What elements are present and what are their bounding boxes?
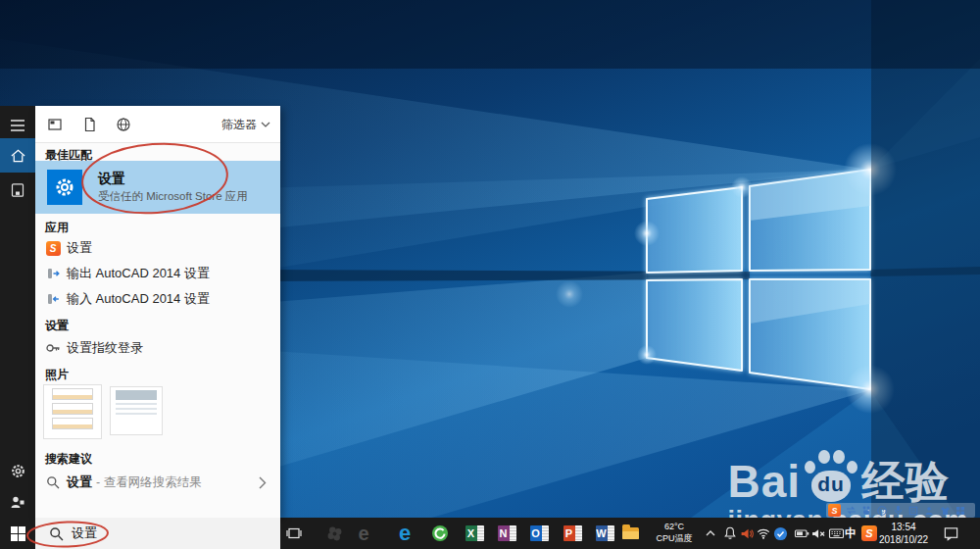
edge-icon: e [399, 523, 411, 544]
filter-documents-button[interactable] [82, 117, 97, 132]
pinwheel-icon [326, 525, 343, 542]
internet-explorer-icon: e [358, 524, 368, 543]
chevron-up-icon [705, 529, 716, 537]
word-icon: W [596, 525, 614, 541]
internet-explorer-button[interactable]: e [351, 518, 376, 549]
search-icon [45, 475, 61, 489]
settings-gear-icon [54, 176, 75, 198]
search-icon [49, 526, 64, 541]
excel-button[interactable]: X [462, 518, 487, 549]
ime-clipboard-icon[interactable] [907, 505, 919, 517]
ime-zh-label: 中 [845, 525, 857, 542]
wifi-button[interactable] [755, 518, 772, 549]
outlook-button[interactable]: O [526, 518, 552, 549]
word-button[interactable]: W [592, 518, 617, 549]
best-match-subtitle: 受信任的 Microsoft Store 应用 [98, 189, 248, 204]
key-icon [45, 341, 61, 355]
result-fingerprint-login[interactable]: 设置指纹登录 [35, 335, 280, 361]
ime-menu-grid-icon[interactable] [955, 505, 966, 517]
photos-section-header: 照片 [45, 367, 69, 383]
photo-thumbnail-2[interactable] [110, 386, 163, 435]
edge-browser-button[interactable]: e [392, 518, 417, 549]
gear-icon [10, 463, 26, 479]
import-settings-icon [45, 292, 61, 306]
notification-bell-button[interactable] [721, 518, 739, 549]
suggestion-query: 设置 [67, 474, 92, 491]
powerpoint-button[interactable]: P [560, 518, 585, 549]
result-sogou-settings[interactable]: S 设置 [35, 235, 280, 261]
powerpoint-icon: P [564, 525, 582, 541]
result-export-autocad[interactable]: 输出 AutoCAD 2014 设置 [35, 261, 280, 286]
watermark-jingyan-text: 经验 [861, 459, 950, 504]
ime-person-icon[interactable] [923, 505, 935, 517]
cpu-temperature-widget[interactable]: 62°C CPU温度 [647, 518, 702, 549]
web-search-suggestion[interactable]: 设置 - 查看网络搜索结果 [35, 469, 280, 496]
settings-section-header: 设置 [45, 318, 69, 334]
filter-web-button[interactable] [116, 117, 131, 132]
task-view-button[interactable] [282, 518, 306, 549]
ime-language-indicator[interactable]: 中 [843, 518, 858, 549]
suggestions-section-header: 搜索建议 [45, 451, 92, 468]
onenote-button[interactable]: N [494, 518, 519, 549]
clock-time: 13:54 [874, 521, 933, 533]
ime-mic-icon[interactable] [892, 505, 904, 517]
photo-thumbnail-1[interactable] [43, 384, 102, 439]
blue-check-circle-icon [773, 526, 788, 541]
excel-icon: X [466, 525, 484, 541]
volume-alert-button[interactable] [738, 518, 756, 549]
search-input-value: 设置 [72, 524, 97, 542]
sogou-app-icon: S [45, 241, 61, 256]
apps-section-header: 应用 [45, 220, 69, 236]
folder-icon [622, 527, 639, 539]
desktop: Bai du 经验 jingyan.baidu.com e [0, 0, 980, 549]
ime-emoji-icon[interactable] [876, 505, 888, 517]
hidden-icons-button[interactable] [702, 518, 719, 549]
ime-sogou-logo-icon[interactable]: S [828, 504, 841, 517]
best-match-title: 设置 [98, 171, 125, 188]
ime-switch-icon[interactable] [845, 505, 857, 517]
watermark-bai-text: Bai [727, 459, 801, 504]
volume-muted-button[interactable] [809, 518, 827, 549]
result-import-autocad[interactable]: 输入 AutoCAD 2014 设置 [35, 286, 280, 312]
apps-filter-icon [47, 117, 63, 132]
filter-bar: 筛选器 [35, 106, 280, 143]
chevron-down-icon [261, 122, 270, 128]
filter-apps-button[interactable] [47, 117, 63, 132]
document-icon [82, 117, 97, 132]
result-title: 设置 [67, 239, 92, 257]
notebook-icon [10, 182, 25, 198]
browser-360-button[interactable] [427, 518, 453, 549]
home-icon [10, 148, 26, 164]
rail-home-button[interactable] [0, 138, 35, 173]
windows-logo-icon [10, 525, 26, 542]
keyboard-icon [828, 526, 845, 540]
best-match-result[interactable]: 设置 受信任的 Microsoft Store 应用 [35, 161, 280, 214]
result-title: 设置指纹登录 [67, 339, 143, 357]
battery-icon [794, 526, 810, 540]
rail-settings-button[interactable] [0, 455, 35, 486]
ime-toolbar[interactable]: S [826, 503, 975, 518]
result-title: 输出 AutoCAD 2014 设置 [67, 265, 210, 282]
baidu-paw-icon: du [803, 449, 859, 504]
ime-paw-icon[interactable] [860, 505, 872, 517]
ime-skin-icon[interactable] [939, 505, 951, 517]
pinwheel-app-button[interactable] [321, 518, 347, 549]
export-settings-icon [45, 267, 61, 280]
battery-button[interactable] [792, 518, 811, 549]
clock-date: 2018/10/22 [874, 533, 933, 546]
filters-dropdown[interactable]: 筛选器 [221, 117, 270, 133]
action-center-button[interactable] [937, 518, 964, 549]
search-left-rail [0, 106, 35, 549]
sync-status-button[interactable] [771, 518, 789, 549]
clock-widget[interactable]: 13:54 2018/10/22 [874, 518, 933, 549]
rail-feedback-button[interactable] [0, 486, 35, 518]
result-title: 输入 AutoCAD 2014 设置 [67, 290, 210, 308]
outlook-icon: O [530, 525, 549, 541]
watermark-du-text: du [811, 473, 851, 496]
rail-notebook-button[interactable] [0, 173, 35, 208]
task-view-icon [285, 524, 303, 542]
taskbar-search-input[interactable]: 设置 [35, 518, 280, 549]
file-explorer-button[interactable] [617, 518, 643, 549]
start-button[interactable] [0, 518, 35, 549]
bell-icon [722, 525, 738, 541]
